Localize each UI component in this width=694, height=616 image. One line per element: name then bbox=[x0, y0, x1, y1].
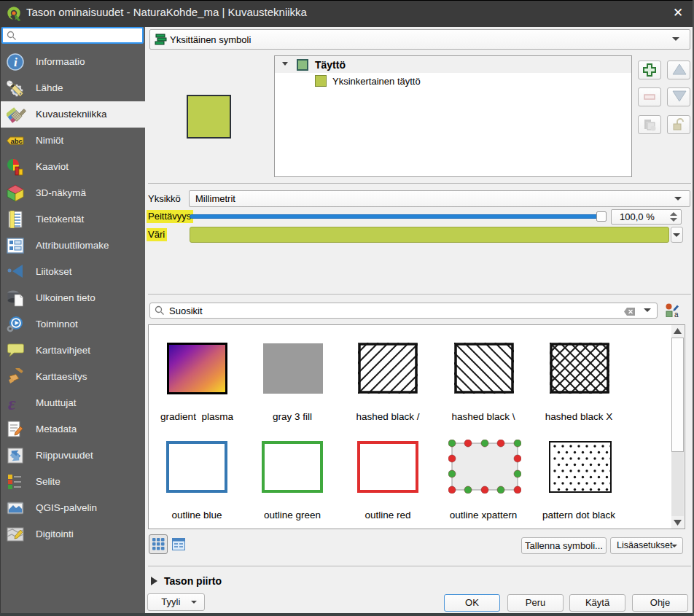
svg-text:a: a bbox=[674, 311, 679, 318]
svg-text:abc: abc bbox=[11, 137, 23, 145]
svg-text:ε: ε bbox=[8, 394, 16, 412]
svg-text:i: i bbox=[14, 55, 17, 69]
